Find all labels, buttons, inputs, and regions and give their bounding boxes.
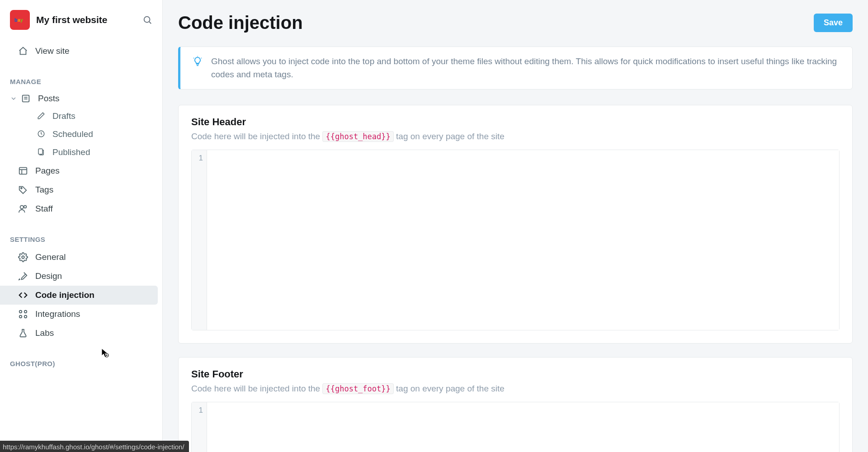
header-code-textarea[interactable] [207, 150, 839, 330]
ghost-head-tag: {{ghost_head}} [322, 131, 393, 142]
site-footer-card: Site Footer Code here will be injected i… [178, 357, 853, 452]
svg-rect-7 [38, 149, 42, 154]
group-settings: SETTINGS [0, 235, 162, 243]
svg-point-18 [24, 315, 27, 318]
svg-rect-8 [19, 168, 27, 174]
site-logo[interactable]: ebay [10, 10, 30, 30]
sidebar-item-label: Tags [35, 185, 53, 195]
staff-icon [18, 204, 28, 214]
svg-point-11 [21, 188, 22, 189]
sidebar-item-drafts[interactable]: Drafts [0, 107, 162, 125]
sidebar: ebay My first website View site MANAGE P… [0, 0, 163, 452]
svg-point-17 [19, 315, 22, 318]
pages-icon [18, 166, 28, 176]
sidebar-item-label: Staff [35, 204, 53, 214]
svg-point-16 [24, 311, 27, 313]
sidebar-item-design[interactable]: Design [0, 267, 158, 286]
brush-icon [18, 271, 28, 281]
svg-point-12 [20, 206, 24, 209]
sidebar-item-label: Pages [35, 166, 60, 176]
pencil-icon [37, 112, 46, 121]
svg-point-15 [19, 311, 22, 313]
sidebar-item-published[interactable]: Published [0, 143, 162, 161]
group-manage: MANAGE [0, 78, 162, 85]
sidebar-item-posts[interactable]: Posts [0, 90, 162, 107]
sidebar-item-label: Integrations [35, 309, 80, 319]
info-text: Ghost allows you to inject code into the… [211, 55, 840, 81]
sidebar-item-general[interactable]: General [0, 248, 158, 267]
line-gutter: 1 [192, 150, 207, 330]
sidebar-item-label: Labs [35, 328, 54, 338]
header-code-editor: 1 [191, 150, 840, 330]
card-description: Code here will be injected into the {{gh… [191, 132, 840, 141]
card-title: Site Footer [191, 368, 840, 380]
line-gutter: 1 [192, 402, 207, 452]
chevron-down-icon [10, 95, 18, 102]
site-header-card: Site Header Code here will be injected i… [178, 105, 853, 344]
sidebar-item-label: Published [52, 147, 90, 157]
posts-icon [21, 94, 31, 104]
sidebar-item-label: Scheduled [52, 129, 93, 139]
svg-point-1 [144, 17, 150, 23]
clock-icon [37, 130, 46, 139]
sidebar-item-label: Posts [38, 94, 60, 104]
group-ghostpro: GHOST(PRO) [0, 360, 162, 367]
tag-icon [18, 185, 28, 195]
sidebar-item-label: General [35, 252, 66, 262]
lightbulb-icon [192, 56, 203, 67]
svg-text:ebay: ebay [12, 17, 23, 23]
main: Code injection Save Ghost allows you to … [163, 0, 868, 452]
save-button[interactable]: Save [814, 14, 853, 32]
card-title: Site Header [191, 116, 840, 128]
integrations-icon [18, 309, 28, 319]
sidebar-item-labs[interactable]: Labs [0, 324, 158, 343]
main-header: Code injection Save [178, 13, 853, 33]
card-description: Code here will be injected into the {{gh… [191, 384, 840, 394]
page-title: Code injection [178, 13, 303, 33]
browser-status-bar: https://ramykhuffash.ghost.io/ghost/#/se… [0, 441, 189, 452]
sidebar-item-scheduled[interactable]: Scheduled [0, 125, 162, 143]
sidebar-item-code-injection[interactable]: Code injection [0, 286, 158, 305]
search-icon[interactable] [142, 15, 152, 25]
flask-icon [18, 328, 28, 338]
svg-line-20 [193, 58, 194, 58]
footer-code-textarea[interactable] [207, 402, 839, 452]
code-icon [18, 290, 28, 300]
sidebar-item-tags[interactable]: Tags [0, 180, 158, 199]
sidebar-item-label: Drafts [52, 111, 75, 121]
sidebar-item-view-site[interactable]: View site [0, 42, 158, 61]
gear-icon [18, 252, 28, 262]
svg-point-13 [24, 206, 27, 208]
svg-point-14 [22, 256, 24, 259]
ghost-foot-tag: {{ghost_foot}} [322, 383, 393, 394]
svg-line-21 [201, 58, 202, 58]
home-icon [18, 46, 28, 56]
footer-code-editor: 1 [191, 402, 840, 452]
sidebar-item-label: Code injection [35, 290, 94, 300]
sidebar-item-pages[interactable]: Pages [0, 161, 158, 180]
sidebar-item-label: View site [35, 46, 70, 56]
ebay-logo-icon: ebay [12, 16, 28, 24]
svg-line-2 [149, 22, 151, 24]
published-icon [37, 148, 46, 157]
sidebar-header: ebay My first website [0, 10, 162, 42]
sidebar-item-staff[interactable]: Staff [0, 199, 158, 218]
sidebar-item-integrations[interactable]: Integrations [0, 305, 158, 324]
info-callout: Ghost allows you to inject code into the… [178, 47, 853, 89]
sidebar-item-label: Design [35, 271, 62, 281]
site-title[interactable]: My first website [36, 14, 142, 25]
